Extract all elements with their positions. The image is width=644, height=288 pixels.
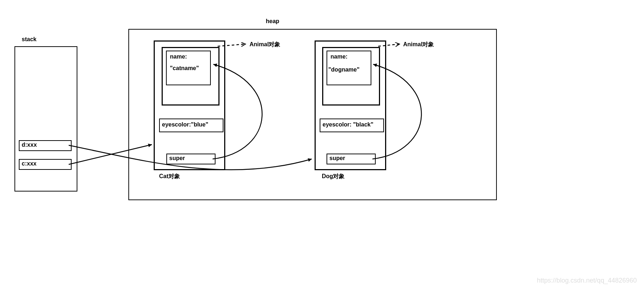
dog-eyescolor-label: eyescolor: bbox=[323, 121, 351, 128]
cat-name-field: name: bbox=[170, 53, 187, 60]
dog-eyescolor-box: eyescolor: "black" bbox=[320, 119, 384, 132]
cat-super-box: super bbox=[166, 154, 216, 164]
dog-super-box: super bbox=[327, 154, 376, 164]
diagram-canvas: stack d:xxx c:xxx heap name: "catname" e… bbox=[0, 0, 644, 288]
stack-item-c: c:xxx bbox=[19, 159, 72, 170]
stack-item-d: d:xxx bbox=[19, 140, 72, 151]
dog-eyescolor-value: "black" bbox=[353, 121, 374, 128]
stack-item-d-label: d:xxx bbox=[22, 142, 37, 148]
dog-object-label: Dog对象 bbox=[322, 173, 345, 180]
dog-animal-label: Animal对象 bbox=[403, 41, 434, 48]
stack-title: stack bbox=[22, 36, 37, 43]
dog-name-value: "dogname" bbox=[328, 66, 359, 73]
cat-super-text: super bbox=[169, 155, 185, 161]
dog-super-text: super bbox=[329, 155, 345, 161]
cat-animal-label: Animal对象 bbox=[250, 41, 280, 48]
dog-name-field: name: bbox=[330, 53, 347, 60]
watermark: https://blog.csdn.net/qq_44826960 bbox=[537, 277, 637, 284]
cat-eyescolor-text: eyescolor:"blue" bbox=[162, 121, 208, 128]
cat-eyescolor-box: eyescolor:"blue" bbox=[159, 119, 223, 132]
cat-object-label: Cat对象 bbox=[159, 173, 180, 180]
cat-name-value: "catname" bbox=[170, 65, 199, 72]
heap-title: heap bbox=[266, 18, 279, 25]
stack-item-c-label: c:xxx bbox=[22, 160, 37, 167]
